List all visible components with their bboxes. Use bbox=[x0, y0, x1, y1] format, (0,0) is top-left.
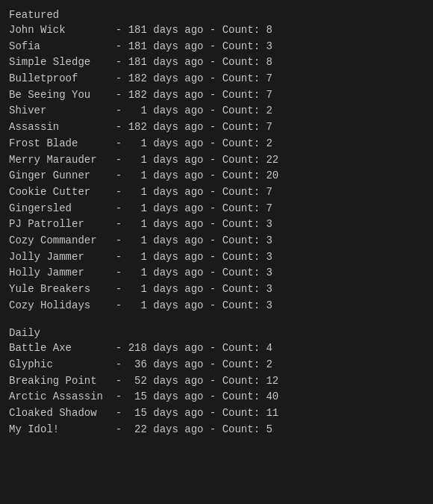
section-header-featured: Featured bbox=[9, 9, 424, 21]
list-item: Battle Axe - 218 days ago - Count: 4 bbox=[9, 340, 424, 357]
list-item: Cloaked Shadow - 15 days ago - Count: 11 bbox=[9, 405, 424, 422]
list-item: Frost Blade - 1 days ago - Count: 2 bbox=[9, 136, 424, 152]
list-item: Cookie Cutter - 1 days ago - Count: 7 bbox=[9, 184, 424, 201]
app-container: FeaturedJohn Wick - 181 days ago - Count… bbox=[9, 9, 424, 438]
list-item: Holly Jammer - 1 days ago - Count: 3 bbox=[9, 265, 424, 281]
list-item: Bulletproof - 182 days ago - Count: 7 bbox=[9, 71, 424, 87]
list-item: Merry Marauder - 1 days ago - Count: 22 bbox=[9, 152, 424, 169]
list-item: Cozy Holidays - 1 days ago - Count: 3 bbox=[9, 298, 424, 314]
list-item: Arctic Assassin - 15 days ago - Count: 4… bbox=[9, 389, 424, 405]
list-item: Ginger Gunner - 1 days ago - Count: 20 bbox=[9, 168, 424, 184]
list-item: Yule Breakers - 1 days ago - Count: 3 bbox=[9, 281, 424, 298]
list-item: Sofia - 181 days ago - Count: 3 bbox=[9, 39, 424, 55]
section-header-daily: Daily bbox=[9, 327, 424, 339]
list-item: Simple Sledge - 181 days ago - Count: 8 bbox=[9, 55, 424, 71]
list-item: Breaking Point - 52 days ago - Count: 12 bbox=[9, 373, 424, 390]
list-item: Be Seeing You - 182 days ago - Count: 7 bbox=[9, 87, 424, 104]
section-spacer bbox=[9, 314, 424, 324]
list-item: Shiver - 1 days ago - Count: 2 bbox=[9, 103, 424, 119]
list-item: John Wick - 181 days ago - Count: 8 bbox=[9, 22, 424, 39]
list-item: My Idol! - 22 days ago - Count: 5 bbox=[9, 422, 424, 438]
list-item: PJ Patroller - 1 days ago - Count: 3 bbox=[9, 217, 424, 233]
list-item: Gingersled - 1 days ago - Count: 7 bbox=[9, 201, 424, 217]
list-item: Cozy Commander - 1 days ago - Count: 3 bbox=[9, 233, 424, 249]
list-item: Assassin - 182 days ago - Count: 7 bbox=[9, 119, 424, 136]
list-item: Glyphic - 36 days ago - Count: 2 bbox=[9, 357, 424, 373]
list-item: Jolly Jammer - 1 days ago - Count: 3 bbox=[9, 249, 424, 266]
